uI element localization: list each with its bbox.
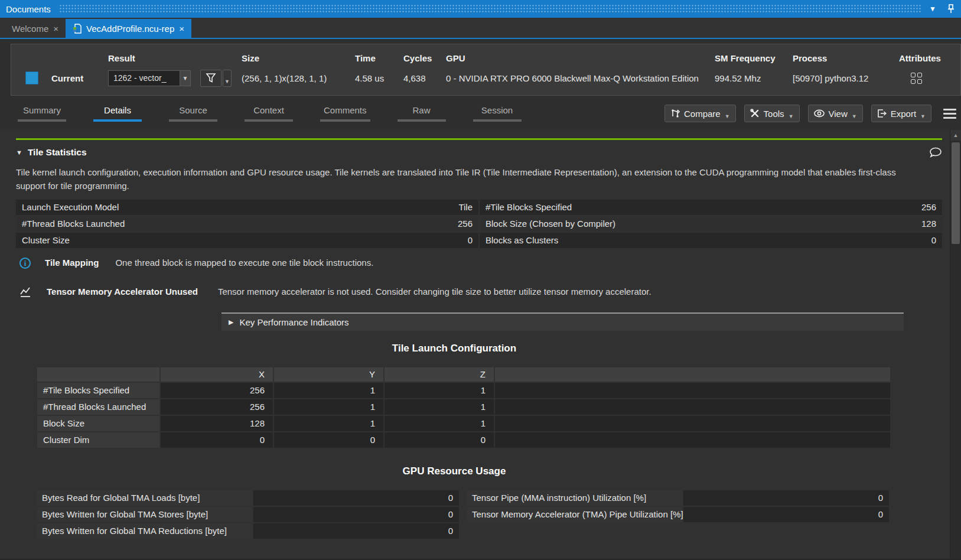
filter-dropdown-arrow[interactable]: ▼ — [223, 70, 232, 87]
table-row: #Thread Blocks Launched 256 1 1 — [37, 399, 890, 415]
resource-table-left: Bytes Read for Global TMA Loads [byte] 0… — [37, 490, 459, 540]
tab-summary[interactable]: Summary — [18, 105, 66, 122]
expand-triangle-icon: ▶ — [229, 318, 233, 326]
scroll-up-arrow-icon[interactable]: ▲ — [950, 130, 961, 141]
report-page-navbar: Summary Details Source Context Comments … — [0, 100, 961, 126]
tab-context[interactable]: Context — [245, 105, 293, 122]
line-chart-icon — [19, 286, 32, 298]
tab-details[interactable]: Details — [93, 105, 142, 122]
eye-icon — [814, 109, 825, 118]
export-button[interactable]: Export ▼ — [871, 105, 931, 122]
rule-text: Tensor memory accelerator is not used. C… — [218, 286, 651, 297]
key-performance-indicators-expander[interactable]: ▶ Key Performance Indicators — [221, 312, 904, 331]
gpu-resource-usage-tables: Bytes Read for Global TMA Loads [byte] 0… — [37, 490, 889, 540]
table-row: #Thread Blocks Launched 256 Block Size (… — [16, 216, 942, 232]
gpu-value: 0 - NVIDIA RTX PRO 6000 Blackwell Max-Q … — [446, 73, 712, 83]
table-row: Tensor Pipe (MMA instruction) Utilizatio… — [467, 490, 889, 506]
pin-icon[interactable] — [947, 4, 955, 14]
tools-icon — [750, 109, 760, 118]
table-row: Bytes Written for Global TMA Stores [byt… — [37, 507, 459, 522]
table-row: Cluster Dim 0 0 0 — [37, 432, 890, 448]
rule-title: Tile Mapping — [45, 258, 99, 268]
report-file-icon — [73, 24, 82, 34]
window-titlebar: Documents ▼ — [0, 0, 961, 18]
attributes-column-label: Attributes — [899, 53, 953, 66]
details-page-content: ▼ Tile Statistics Tile kernel launch con… — [0, 130, 961, 559]
funnel-icon — [206, 73, 216, 83]
chevron-down-icon: ▼ — [725, 113, 730, 122]
launch-config-heading: Tile Launch Configuration — [37, 343, 871, 354]
result-color-swatch — [25, 71, 38, 84]
smfreq-column-label: SM Frequency — [715, 53, 790, 66]
chevron-down-icon: ▼ — [852, 113, 857, 122]
attributes-grid-icon[interactable] — [911, 73, 953, 84]
current-row-label: Current — [51, 73, 83, 83]
close-icon[interactable]: × — [179, 24, 184, 34]
cycles-value: 4,638 — [403, 73, 444, 83]
table-header-row: X Y Z — [37, 367, 890, 382]
chevron-down-icon[interactable]: ▼ — [180, 70, 191, 86]
titlebar-grip-texture[interactable] — [59, 4, 921, 14]
window-title: Documents — [6, 4, 51, 14]
scrollbar-thumb[interactable] — [952, 142, 960, 244]
tab-report[interactable]: VecAddProfile.ncu-rep × — [66, 19, 191, 38]
result-header-panel: Result Size Time Cycles GPU SM Frequency… — [11, 44, 961, 96]
table-row: Block Size 128 1 1 — [37, 416, 890, 431]
compare-button[interactable]: Compare ▼ — [664, 105, 736, 122]
section-accent-rule — [16, 138, 942, 140]
table-row: Bytes Written for Global TMA Reductions … — [37, 523, 459, 539]
table-row: Launch Execution Model Tile #Tile Blocks… — [16, 200, 942, 215]
table-row: #Tile Blocks Specified 256 1 1 — [37, 383, 890, 398]
export-icon — [877, 109, 887, 118]
gpu-resource-usage-heading: GPU Resource Usage — [37, 465, 871, 477]
chevron-down-icon[interactable]: ▼ — [929, 5, 936, 12]
tile-mapping-row: i Tile Mapping One thread block is mappe… — [16, 258, 942, 269]
table-row: Bytes Read for Global TMA Loads [byte] 0 — [37, 490, 459, 506]
rule-text: One thread block is mapped to execute on… — [115, 258, 373, 268]
tab-source[interactable]: Source — [169, 105, 217, 122]
cycles-column-label: Cycles — [403, 53, 444, 66]
collapse-triangle-icon[interactable]: ▼ — [16, 149, 22, 156]
tab-raw[interactable]: Raw — [398, 105, 446, 122]
compare-icon — [670, 109, 680, 118]
smfreq-value: 994.52 Mhz — [715, 73, 790, 83]
tab-session[interactable]: Session — [473, 105, 522, 122]
document-tab-strip: Welcome × VecAddProfile.ncu-rep × — [0, 18, 961, 39]
tile-statistics-summary-table: Launch Execution Model Tile #Tile Blocks… — [16, 200, 942, 248]
tab-comments[interactable]: Comments — [320, 105, 370, 122]
chevron-down-icon: ▼ — [789, 113, 794, 122]
launch-config-table: X Y Z #Tile Blocks Specified 256 1 1 #Th… — [37, 367, 890, 448]
comment-bubble-icon[interactable] — [929, 147, 942, 158]
tab-welcome[interactable]: Welcome × — [5, 19, 66, 38]
resource-table-right: Tensor Pipe (MMA instruction) Utilizatio… — [467, 490, 889, 523]
tab-report-label: VecAddProfile.ncu-rep — [86, 24, 174, 34]
menu-icon[interactable] — [943, 109, 956, 119]
filter-button[interactable] — [200, 70, 221, 87]
section-description: Tile kernel launch configuration, execut… — [16, 165, 920, 193]
rule-title: Tensor Memory Accelerator Unused — [47, 286, 198, 297]
chevron-down-icon: ▼ — [920, 113, 926, 122]
result-select[interactable]: 1262 - vector_ ▼ — [108, 70, 191, 86]
size-value: (256, 1, 1)x(128, 1, 1) — [242, 73, 353, 83]
size-column-label: Size — [242, 53, 353, 66]
tab-welcome-label: Welcome — [12, 24, 48, 34]
time-value: 4.58 us — [355, 73, 401, 83]
section-title: Tile Statistics — [28, 147, 87, 158]
table-row: Tensor Memory Accelerator (TMA) Pipe Uti… — [467, 507, 889, 522]
tools-button[interactable]: Tools ▼ — [744, 105, 800, 122]
gpu-column-label: GPU — [446, 53, 712, 66]
result-select-value: 1262 - vector_ — [108, 70, 180, 86]
close-icon[interactable]: × — [53, 24, 58, 34]
result-column-label: Result — [108, 53, 198, 66]
table-row: Cluster Size 0 Blocks as Clusters 0 — [16, 233, 942, 248]
info-icon[interactable]: i — [19, 258, 31, 269]
process-column-label: Process — [793, 53, 897, 66]
view-button[interactable]: View ▼ — [808, 105, 863, 122]
tma-unused-row: Tensor Memory Accelerator Unused Tensor … — [16, 286, 942, 298]
time-column-label: Time — [355, 53, 401, 66]
vertical-scrollbar[interactable]: ▲ — [950, 130, 961, 559]
process-value: [50970] python3.12 — [793, 73, 897, 83]
